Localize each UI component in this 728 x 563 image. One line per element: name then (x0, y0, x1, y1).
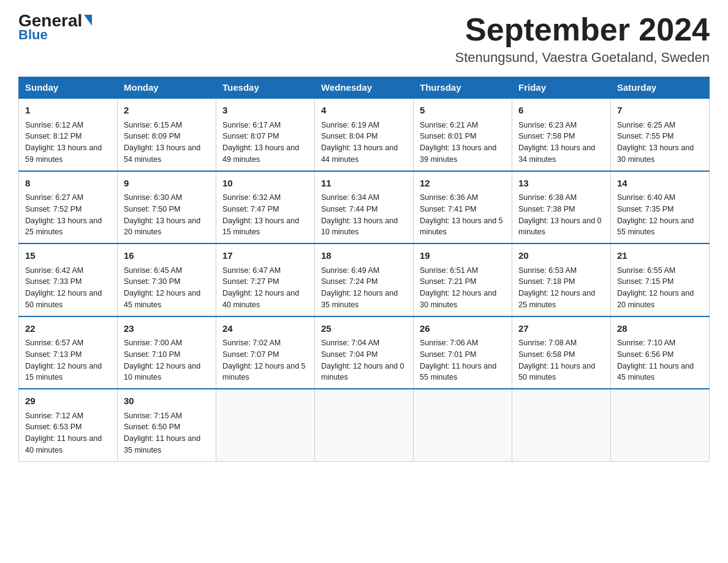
daylight-label: Daylight: 13 hours and 10 minutes (321, 216, 398, 237)
day-number: 12 (420, 177, 506, 191)
sunset-label: Sunset: 7:24 PM (321, 277, 377, 286)
daylight-label: Daylight: 13 hours and 54 minutes (124, 144, 200, 164)
sunset-label: Sunset: 6:53 PM (25, 423, 82, 431)
day-number: 26 (420, 322, 506, 336)
table-row (414, 389, 512, 461)
sunrise-label: Sunrise: 6:40 AM (617, 193, 675, 202)
table-row (315, 389, 414, 461)
sunrise-label: Sunrise: 6:51 AM (420, 266, 478, 275)
calendar-week-row: 1 Sunrise: 6:12 AM Sunset: 8:12 PM Dayli… (19, 98, 710, 171)
month-year-title: September 2024 (455, 12, 710, 47)
table-row: 18 Sunrise: 6:49 AM Sunset: 7:24 PM Dayl… (315, 243, 414, 316)
sunrise-label: Sunrise: 6:49 AM (321, 266, 379, 275)
sunrise-label: Sunrise: 6:53 AM (518, 266, 577, 275)
sunrise-label: Sunrise: 6:45 AM (124, 266, 182, 275)
daylight-label: Daylight: 12 hours and 50 minutes (25, 289, 102, 309)
location-subtitle: Stenungsund, Vaestra Goetaland, Sweden (455, 50, 710, 66)
sunrise-label: Sunrise: 7:06 AM (420, 339, 478, 347)
sunrise-label: Sunrise: 6:34 AM (321, 193, 379, 202)
sunrise-label: Sunrise: 7:04 AM (321, 339, 379, 347)
table-row: 4 Sunrise: 6:19 AM Sunset: 8:04 PM Dayli… (315, 98, 414, 171)
calendar-week-row: 8 Sunrise: 6:27 AM Sunset: 7:52 PM Dayli… (19, 171, 710, 244)
daylight-label: Daylight: 12 hours and 45 minutes (124, 289, 200, 309)
daylight-label: Daylight: 13 hours and 20 minutes (124, 216, 200, 237)
day-number: 30 (124, 394, 210, 408)
daylight-label: Daylight: 12 hours and 30 minutes (420, 289, 496, 309)
sunset-label: Sunset: 6:58 PM (518, 350, 575, 359)
daylight-label: Daylight: 11 hours and 50 minutes (518, 362, 595, 382)
sunrise-label: Sunrise: 7:15 AM (124, 412, 182, 420)
sunrise-label: Sunrise: 6:23 AM (518, 121, 577, 129)
sunset-label: Sunset: 7:50 PM (124, 205, 180, 213)
daylight-label: Daylight: 12 hours and 0 minutes (321, 362, 404, 382)
day-number: 10 (222, 177, 308, 191)
day-number: 11 (321, 177, 407, 191)
sunrise-label: Sunrise: 6:15 AM (124, 121, 182, 129)
logo-blue: Blue (18, 27, 48, 43)
logo-triangle-icon (84, 15, 92, 26)
day-number: 29 (25, 394, 111, 408)
sunrise-label: Sunrise: 7:00 AM (124, 339, 182, 347)
daylight-label: Daylight: 11 hours and 45 minutes (617, 362, 694, 382)
day-number: 6 (518, 104, 604, 118)
table-row: 13 Sunrise: 6:38 AM Sunset: 7:38 PM Dayl… (512, 171, 611, 244)
logo: General Blue (18, 12, 92, 43)
table-row: 15 Sunrise: 6:42 AM Sunset: 7:33 PM Dayl… (19, 243, 118, 316)
daylight-label: Daylight: 11 hours and 55 minutes (420, 362, 496, 382)
daylight-label: Daylight: 12 hours and 40 minutes (222, 289, 299, 309)
table-row (512, 389, 611, 461)
header: General Blue September 2024 Stenungsund,… (18, 12, 710, 66)
table-row: 25 Sunrise: 7:04 AM Sunset: 7:04 PM Dayl… (315, 316, 414, 389)
sunset-label: Sunset: 7:30 PM (124, 277, 180, 286)
title-area: September 2024 Stenungsund, Vaestra Goet… (455, 12, 710, 66)
sunrise-label: Sunrise: 6:21 AM (420, 121, 478, 129)
sunset-label: Sunset: 7:52 PM (25, 205, 82, 213)
sunrise-label: Sunrise: 6:17 AM (222, 121, 281, 129)
daylight-label: Daylight: 13 hours and 59 minutes (25, 144, 102, 164)
daylight-label: Daylight: 11 hours and 35 minutes (124, 434, 200, 454)
sunset-label: Sunset: 7:18 PM (518, 277, 575, 286)
day-number: 1 (25, 104, 111, 118)
daylight-label: Daylight: 12 hours and 20 minutes (617, 289, 694, 309)
calendar-table: Sunday Monday Tuesday Wednesday Thursday… (18, 77, 710, 462)
daylight-label: Daylight: 13 hours and 49 minutes (222, 144, 299, 164)
sunrise-label: Sunrise: 6:30 AM (124, 193, 182, 202)
table-row: 28 Sunrise: 7:10 AM Sunset: 6:56 PM Dayl… (611, 316, 710, 389)
sunset-label: Sunset: 7:04 PM (321, 350, 377, 359)
table-row: 11 Sunrise: 6:34 AM Sunset: 7:44 PM Dayl… (315, 171, 414, 244)
header-friday: Friday (512, 77, 611, 99)
table-row: 19 Sunrise: 6:51 AM Sunset: 7:21 PM Dayl… (414, 243, 512, 316)
sunrise-label: Sunrise: 6:47 AM (222, 266, 281, 275)
table-row: 22 Sunrise: 6:57 AM Sunset: 7:13 PM Dayl… (19, 316, 118, 389)
sunset-label: Sunset: 7:13 PM (25, 350, 82, 359)
sunset-label: Sunset: 7:38 PM (518, 205, 575, 213)
sunrise-label: Sunrise: 6:32 AM (222, 193, 281, 202)
daylight-label: Daylight: 12 hours and 35 minutes (321, 289, 398, 309)
table-row: 5 Sunrise: 6:21 AM Sunset: 8:01 PM Dayli… (414, 98, 512, 171)
day-number: 16 (124, 249, 210, 263)
sunset-label: Sunset: 6:56 PM (617, 350, 673, 359)
table-row: 9 Sunrise: 6:30 AM Sunset: 7:50 PM Dayli… (118, 171, 216, 244)
table-row: 3 Sunrise: 6:17 AM Sunset: 8:07 PM Dayli… (216, 98, 315, 171)
sunrise-label: Sunrise: 7:10 AM (617, 339, 675, 347)
daylight-label: Daylight: 12 hours and 25 minutes (518, 289, 595, 309)
calendar-header-row: Sunday Monday Tuesday Wednesday Thursday… (19, 77, 710, 99)
sunrise-label: Sunrise: 6:25 AM (617, 121, 675, 129)
table-row: 23 Sunrise: 7:00 AM Sunset: 7:10 PM Dayl… (118, 316, 216, 389)
header-monday: Monday (118, 77, 216, 99)
header-sunday: Sunday (19, 77, 118, 99)
daylight-label: Daylight: 13 hours and 34 minutes (518, 144, 595, 164)
sunrise-label: Sunrise: 7:08 AM (518, 339, 577, 347)
calendar-week-row: 15 Sunrise: 6:42 AM Sunset: 7:33 PM Dayl… (19, 243, 710, 316)
daylight-label: Daylight: 12 hours and 5 minutes (222, 362, 306, 382)
daylight-label: Daylight: 13 hours and 30 minutes (617, 144, 694, 164)
sunset-label: Sunset: 7:55 PM (617, 132, 673, 140)
day-number: 5 (420, 104, 506, 118)
header-tuesday: Tuesday (216, 77, 315, 99)
sunrise-label: Sunrise: 6:19 AM (321, 121, 379, 129)
sunset-label: Sunset: 7:47 PM (222, 205, 279, 213)
header-saturday: Saturday (611, 77, 710, 99)
sunrise-label: Sunrise: 7:12 AM (25, 412, 83, 420)
day-number: 21 (617, 249, 703, 263)
day-number: 9 (124, 177, 210, 191)
